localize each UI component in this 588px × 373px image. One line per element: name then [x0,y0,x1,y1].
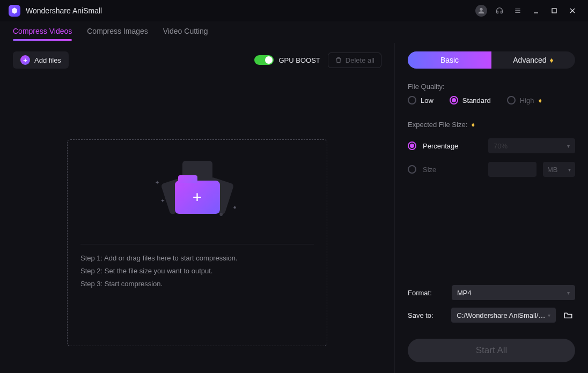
close-icon [568,6,577,15]
save-to-select[interactable]: C:/Wondershare AniSmall/Com ▾ [451,308,556,323]
support-button[interactable] [490,1,509,20]
close-button[interactable] [563,1,582,20]
dropzone-step1: Step 1: Add or drag files here to start … [80,252,238,265]
tab-video-cutting[interactable]: Video Cutting [163,27,208,41]
file-quality-radiogroup: Low Standard High ♦ [408,96,575,105]
percentage-select[interactable]: 70% ▾ [488,138,575,153]
minimize-button[interactable] [527,1,545,20]
dropzone-step3: Step 3: Start compression. [80,278,163,290]
right-panel: Basic Advanced ♦ File Quality: Low Stand… [395,43,588,373]
format-select[interactable]: MP4 ▾ [452,285,575,300]
avatar-icon [475,5,487,17]
size-unit-select[interactable]: MB ▾ [543,162,575,177]
expected-percentage-label: Percentage [423,142,482,150]
mode-basic-button[interactable]: Basic [408,51,491,69]
add-files-label: Add files [34,56,61,64]
maximize-button[interactable] [545,1,563,20]
delete-all-label: Delete all [346,56,374,64]
folder-icon [563,310,573,320]
format-label: Format: [408,289,446,297]
mode-advanced-button[interactable]: Advanced ♦ [491,51,575,69]
headset-icon [495,6,504,15]
dropzone-illustration: ✦✦ ●● + [157,156,238,220]
add-files-button[interactable]: + Add files [13,51,69,69]
chevron-down-icon: ▾ [548,312,550,318]
gpu-boost-label: GPU BOOST [279,56,320,64]
expected-size-label-text: Size [423,166,482,174]
plus-icon: + [20,55,30,65]
add-folder-icon: + [175,181,220,214]
expected-size-label: Expected File Size: ♦ [408,121,575,129]
quality-standard-radio[interactable]: Standard [450,96,491,105]
chevron-down-icon: ▾ [568,167,571,173]
diamond-icon: ♦ [538,96,542,105]
app-name: Wondershare AniSmall [26,6,102,15]
svg-rect-1 [552,9,556,13]
tab-compress-videos[interactable]: Compress Videos [13,27,72,41]
left-panel: + Add files GPU BOOST Delete all ✦✦ ●● [0,43,395,373]
gpu-boost-toggle[interactable] [254,55,274,65]
account-button[interactable] [472,1,490,20]
tab-compress-images[interactable]: Compress Images [87,27,148,41]
diamond-icon: ♦ [472,121,475,129]
menu-icon [513,6,522,15]
svg-point-0 [480,8,482,11]
main-tabs: Compress Videos Compress Images Video Cu… [0,21,588,41]
menu-button[interactable] [509,1,527,20]
left-toolbar: + Add files GPU BOOST Delete all [13,51,381,69]
expected-size-radio[interactable] [408,165,416,174]
quality-low-radio[interactable]: Low [408,96,433,105]
chevron-down-icon: ▾ [567,290,570,296]
titlebar: Wondershare AniSmall [0,0,588,21]
start-all-button[interactable]: Start All [408,339,575,362]
quality-high-radio[interactable]: High ♦ [507,96,542,105]
chevron-down-icon: ▾ [567,143,570,149]
minimize-icon [532,6,540,15]
trash-icon [335,56,342,64]
file-quality-label: File Quality: [408,83,575,91]
expected-percentage-radio[interactable] [408,141,416,150]
save-to-label: Save to: [408,311,446,319]
diamond-icon: ♦ [550,56,554,64]
browse-folder-button[interactable] [561,308,575,322]
size-input[interactable] [488,162,536,177]
maximize-icon [550,6,558,15]
mode-switch: Basic Advanced ♦ [408,51,575,69]
app-logo [9,5,20,17]
delete-all-button[interactable]: Delete all [328,53,381,68]
dropzone-step2: Step 2: Set the file size you want to ou… [80,265,212,278]
dropzone[interactable]: ✦✦ ●● + Step 1: Add or drag files here t… [67,139,327,346]
